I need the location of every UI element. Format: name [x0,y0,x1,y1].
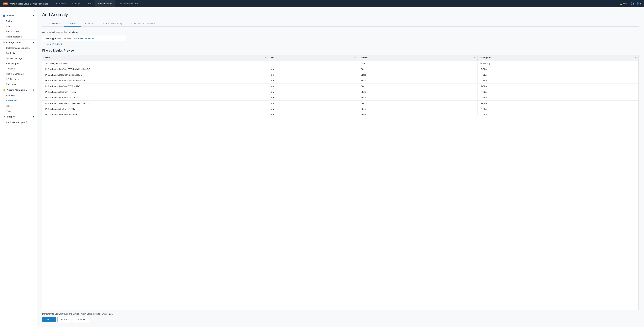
sidebar-access-label: Access [7,14,14,17]
sidebar-section-access-header[interactable]: 👤 Access ▾ [0,13,37,18]
sidebar-item-health-dashboard[interactable]: Health Dashboard [0,71,37,76]
sidebar-item-alarming[interactable]: Alarming [0,93,37,98]
col-header-description: Description ▼ [478,55,638,61]
main-content: Add Anomaly 1 - Description 2 - Filter 3… [37,7,644,327]
cell-name-8: IP-SLA:LatestJitterOperRTTMin [42,106,269,112]
sidebar-item-user-federation[interactable]: User Federation [0,34,37,39]
add-condition-button[interactable]: ≡+ ADD CONDITION [74,37,94,40]
access-icon: 👤 [3,14,5,17]
sidebar-item-app-support[interactable]: Application Support B... [0,120,37,125]
cell-format-2: Static [358,72,478,78]
add-group-label: ADD GROUP [50,43,62,45]
cell-unit-9: nb [269,112,358,115]
wizard-tab-metrics[interactable]: 3 - Metrics [81,20,99,27]
sidebar-collapse-button[interactable]: « [0,7,37,13]
page-title: Add Anomaly [42,12,639,17]
table-row: IP-SLA:LatestJitterOperRTTMin nb Static … [42,106,638,112]
sidebar-item-policies[interactable]: Policies [0,18,37,24]
name-filter-icon[interactable]: ▼ [265,57,266,59]
sidebar-support-label: Support [7,115,16,118]
col-name-label: Name [45,56,50,59]
sidebar-item-shared-views[interactable]: Shared Views [0,29,37,34]
wizard-tab-filter[interactable]: 2 - Filter [64,20,81,27]
sidebar-section-configuration-header[interactable]: ⚙ Configuration ▾ [0,39,37,45]
cell-name-6: IP-SLA:LatestJitterOperOWSumDS [42,95,269,101]
cell-format-8: Static [358,106,478,112]
wizard-tab-notification[interactable]: 5 - Notification Definition [127,20,159,27]
table-scroll-wrapper[interactable]: Name ▼ Unit ▼ [42,55,638,115]
cell-name-1: IP-SLA:LatestJitterOperRTTMaxOfPositives… [42,66,269,72]
sidebar-section-access: 👤 Access ▾ Policies Roles Shared Views U… [0,13,37,39]
sidebar-item-kafka-mappers[interactable]: Kafka Mappers [0,61,37,66]
cell-format-6: Static [358,95,478,101]
cell-description-4: IP-SLA [478,83,638,89]
vmw-logo: vmw [3,2,8,5]
cell-description-1: IP-SLA [478,66,638,72]
cell-description-7: IP-SLA [478,101,638,106]
sidebar-item-kpi-designer[interactable]: KPI Designer [0,76,37,82]
cell-format-5: Static [358,89,478,95]
user-icon: 👤 [636,2,640,5]
sidebar-item-actions[interactable]: Actions [0,108,37,114]
sidebar-item-collectors[interactable]: Collectors and Connec... [0,45,37,50]
dark-mode-toggle[interactable]: 🌙 DARK [620,2,629,5]
sidebar-item-rules[interactable]: Rules [0,103,37,108]
desc-filter-icon[interactable]: ▼ [634,57,636,59]
cell-format-7: Static [358,101,478,106]
preview-title: Filtered Metrics Preview [42,49,639,52]
nav-link-operations[interactable]: Operations [52,0,69,7]
sidebar-item-anomalies[interactable]: Anomalies [0,98,37,103]
table-header: Name ▼ Unit ▼ [42,55,638,61]
sidebar-item-domain-settings[interactable]: Domain Settings [0,56,37,61]
col-format-label: Format [361,56,368,59]
table-row: IP-SLA:LatestJitterOperRTTMaxOfPositives… [42,66,638,72]
filter-description: Add metrics for anomalies definitions. [42,31,639,33]
cell-description-2: IP-SLA [478,72,638,78]
support-chevron: ▾ [33,115,34,118]
format-filter-icon[interactable]: ▼ [474,57,475,59]
sidebar-configuration-label: Configuration [6,41,20,44]
cell-format-4: Static [358,83,478,89]
wizard-tabs: 1 - Description 2 - Filter 3 - Metrics 4… [42,20,639,27]
metrics-table-container: Name ▼ Unit ▼ [42,55,639,310]
brand: vmw VMware Telco Cloud Service Assurance [3,2,48,5]
help-button[interactable]: ? ▾ [631,2,634,5]
next-button[interactable]: NEXT [42,317,56,322]
sidebar-section-support: ❓ Support ▾ Application Support B... [0,114,37,125]
cell-name-3: IP-SLA:LatestJitterOperPacketLateArrival [42,78,269,83]
sidebar-item-roles[interactable]: Roles [0,24,37,29]
table-row: IP-SLA:LatestJitterOperPacketMIA nb Stat… [42,112,638,115]
table-row: IP-SLA:LatestJitterOperRTTSum nb Static … [42,89,638,95]
nav-link-administration[interactable]: Administration [95,0,115,7]
help-chevron: ▾ [633,2,634,5]
cell-unit-2: nb [269,72,358,78]
back-button[interactable]: BACK [58,317,71,322]
help-icon: ? [631,2,632,5]
nav-link-dashboard-reports[interactable]: Dashboard & Reports [115,0,142,7]
sidebar-section-support-header[interactable]: ❓ Support ▾ [0,114,37,120]
add-group-button[interactable]: ≡+ ADD GROUP [47,43,639,45]
table-row: IP-SLA:LatestJitterOperPacketLossDS nb S… [42,72,638,78]
nav-link-tasks[interactable]: Tasks [84,0,95,7]
moon-icon: 🌙 [620,2,622,5]
cancel-button[interactable]: CANCEL [73,317,89,322]
sidebar-item-credentials[interactable]: Credentials [0,50,37,56]
nav-link-topology[interactable]: Topology [69,0,84,7]
sidebar-section-alarms: 🔔 Alarms Managem... ▾ Alarming Anomalies… [0,87,37,114]
cell-description-9: IP-SLA [478,112,638,115]
sidebar-section-alarms-header[interactable]: 🔔 Alarms Managem... ▾ [0,87,37,93]
add-group-icon: ≡+ [47,43,49,45]
wizard-tab-baseline[interactable]: 4 - Baseline Settings [99,20,127,27]
user-button[interactable]: 👤 ▾ [636,2,641,5]
cell-name-5: IP-SLA:LatestJitterOperRTTSum [42,89,269,95]
condition-value: Router [64,37,71,40]
support-icon: ❓ [3,115,5,118]
sidebar-item-enrichment[interactable]: Enrichment [0,82,37,87]
unit-filter-icon[interactable]: ▼ [354,57,356,59]
wizard-tab-description[interactable]: 1 - Description [42,20,64,27]
collapse-icon: « [33,9,35,11]
dark-label: DARK [623,2,629,5]
col-header-name: Name ▼ [42,55,269,61]
sidebar-item-catalogs[interactable]: Catalogs [0,66,37,71]
cell-unit-8: nb [269,106,358,112]
